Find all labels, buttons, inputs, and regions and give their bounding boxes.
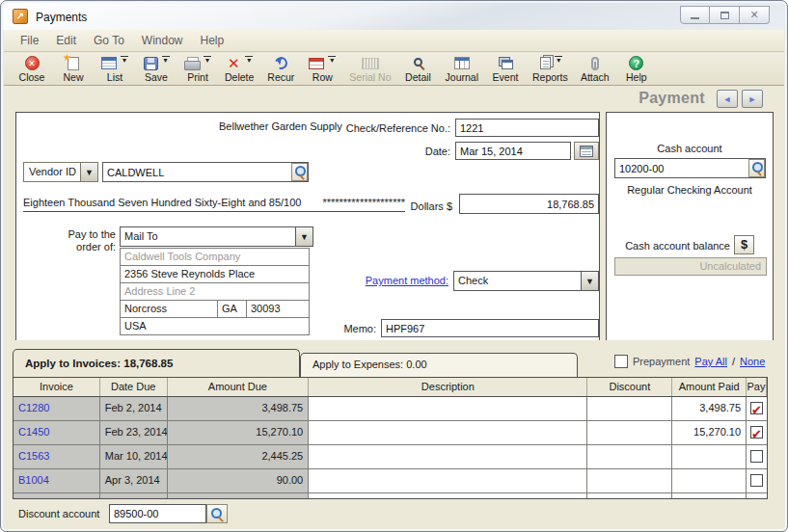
calendar-button[interactable] bbox=[574, 142, 599, 160]
toolbar-attach-button[interactable]: Attach bbox=[581, 55, 610, 83]
maximize-icon bbox=[720, 12, 729, 19]
date-input[interactable] bbox=[455, 142, 571, 160]
toolbar-row-button[interactable]: Row bbox=[308, 55, 337, 83]
zip-field[interactable]: 30093 bbox=[246, 300, 310, 318]
pay-checkbox[interactable] bbox=[750, 474, 763, 487]
header-amount-paid: Amount Paid bbox=[672, 378, 747, 396]
arrow-right-icon: ► bbox=[748, 94, 757, 104]
discount-cell[interactable] bbox=[587, 445, 672, 468]
toolbar-journal-button[interactable]: Journal bbox=[446, 55, 478, 83]
chevron-down-icon[interactable] bbox=[328, 56, 336, 64]
toolbar-reports-button[interactable]: Reports bbox=[532, 55, 568, 83]
maximize-button[interactable] bbox=[710, 6, 740, 24]
description-cell[interactable] bbox=[309, 421, 587, 444]
amount-paid-cell[interactable]: 15,270.10 bbox=[672, 421, 747, 444]
table-row: C1563 Mar 10, 2014 2,445.25 bbox=[14, 445, 767, 469]
serial-no-icon bbox=[362, 58, 379, 69]
cash-account-name: Regular Checking Account bbox=[607, 184, 773, 196]
toolbar-save-button[interactable]: Save bbox=[142, 55, 171, 83]
amount-paid-cell[interactable] bbox=[672, 445, 747, 468]
discount-account-lookup-button[interactable] bbox=[206, 504, 228, 523]
pay-checkbox[interactable] bbox=[750, 402, 763, 414]
toolbar-new-button[interactable]: New bbox=[59, 55, 88, 83]
toolbar-delete-button[interactable]: Delete bbox=[225, 55, 254, 83]
amount-paid-cell[interactable] bbox=[672, 469, 747, 492]
check-reference-input[interactable] bbox=[455, 119, 599, 137]
discount-account-label: Discount account bbox=[18, 508, 99, 519]
toolbar-detail-button[interactable]: Detail bbox=[404, 55, 433, 83]
prepayment-checkbox[interactable] bbox=[614, 355, 628, 368]
mail-to-dropdown[interactable]: Mail To ▼ bbox=[120, 226, 313, 247]
invoice-link[interactable]: C1563 bbox=[18, 450, 49, 462]
discount-account-input[interactable] bbox=[109, 504, 206, 523]
menu-edit[interactable]: Edit bbox=[47, 31, 85, 50]
description-cell[interactable] bbox=[309, 397, 587, 420]
toolbar-print-button[interactable]: Print bbox=[183, 55, 212, 83]
attach-paperclip-icon bbox=[591, 57, 599, 70]
toolbar-recur-button[interactable]: Recur bbox=[266, 55, 295, 83]
chevron-down-icon[interactable] bbox=[555, 56, 562, 64]
menu-window[interactable]: Window bbox=[133, 31, 192, 50]
toolbar-help-button[interactable]: Help bbox=[622, 55, 651, 83]
toolbar-close-button[interactable]: Close bbox=[17, 55, 46, 83]
menu-goto[interactable]: Go To bbox=[85, 31, 133, 50]
cash-account-panel: Cash account Regular Checking Account Ca… bbox=[606, 112, 774, 341]
description-cell[interactable] bbox=[309, 469, 587, 492]
memo-input[interactable] bbox=[381, 319, 599, 337]
page-title: Payment bbox=[560, 90, 705, 107]
pay-all-link[interactable]: Pay All bbox=[694, 356, 727, 367]
invoice-link[interactable]: C1450 bbox=[18, 426, 49, 438]
pay-checkbox[interactable] bbox=[750, 450, 763, 463]
payment-method-dropdown[interactable]: Check ▼ bbox=[453, 271, 599, 291]
vendor-id-field-wrap bbox=[102, 162, 309, 182]
tab-apply-to-expenses[interactable]: Apply to Expenses: 0.00 bbox=[300, 353, 578, 377]
chevron-down-icon[interactable] bbox=[245, 56, 253, 64]
recalculate-balance-button[interactable]: $ bbox=[734, 235, 754, 254]
cash-balance-value: Uncalculated bbox=[614, 257, 767, 276]
cash-account-input[interactable] bbox=[614, 158, 766, 178]
chevron-down-icon[interactable]: ▼ bbox=[581, 272, 598, 290]
amount-input[interactable] bbox=[459, 194, 599, 214]
menu-bar: File Edit Go To Window Help bbox=[4, 30, 784, 52]
menu-help[interactable]: Help bbox=[192, 31, 233, 50]
toolbar-event-button[interactable]: Event bbox=[491, 55, 520, 83]
date-label: Date: bbox=[258, 146, 450, 157]
chevron-down-icon[interactable] bbox=[121, 56, 128, 64]
previous-record-button[interactable]: ◄ bbox=[717, 90, 738, 108]
menu-file[interactable]: File bbox=[12, 31, 47, 50]
tab-apply-to-invoices[interactable]: Apply to Invoices: 18,768.85 bbox=[13, 349, 300, 377]
invoice-link[interactable]: C1280 bbox=[18, 402, 49, 413]
header-date-due: Date Due bbox=[100, 378, 168, 396]
table-row-empty bbox=[14, 493, 767, 499]
payment-method-link[interactable]: Payment method: bbox=[366, 275, 448, 286]
address-line2-field[interactable]: Address Line 2 bbox=[120, 282, 310, 301]
vendor-lookup-button[interactable] bbox=[291, 163, 308, 181]
amount-paid-cell[interactable]: 3,498.75 bbox=[672, 397, 747, 420]
amount-due-cell: 90.00 bbox=[168, 469, 310, 492]
journal-icon bbox=[454, 57, 470, 69]
chevron-down-icon[interactable] bbox=[162, 56, 170, 64]
next-record-button[interactable]: ► bbox=[742, 90, 763, 108]
toolbar-list-button[interactable]: List bbox=[100, 55, 129, 83]
minimize-button[interactable] bbox=[680, 6, 710, 24]
description-cell[interactable] bbox=[309, 445, 587, 468]
pay-checkbox[interactable] bbox=[750, 426, 763, 439]
address-line1-field[interactable]: 2356 Steve Reynolds Place bbox=[120, 265, 310, 283]
discount-cell[interactable] bbox=[587, 469, 672, 492]
chevron-down-icon[interactable]: ▼ bbox=[80, 163, 97, 181]
discount-cell[interactable] bbox=[587, 421, 672, 444]
country-field[interactable]: USA bbox=[120, 317, 310, 335]
cash-account-lookup-button[interactable] bbox=[748, 159, 765, 177]
pay-none-link[interactable]: None bbox=[740, 356, 765, 367]
chevron-down-icon[interactable]: ▼ bbox=[295, 227, 312, 246]
city-field[interactable]: Norcross bbox=[120, 300, 218, 318]
vendor-id-selector[interactable]: Vendor ID ▼ bbox=[23, 162, 98, 182]
chevron-down-icon[interactable] bbox=[204, 56, 211, 64]
vendor-id-input[interactable] bbox=[102, 162, 309, 182]
close-window-button[interactable]: ✕ bbox=[740, 6, 770, 24]
state-field[interactable]: GA bbox=[217, 300, 247, 318]
discount-cell[interactable] bbox=[587, 397, 672, 420]
payment-method-label-wrap: Payment method: bbox=[291, 275, 448, 286]
invoice-link[interactable]: B1004 bbox=[18, 474, 49, 486]
payee-name-field[interactable]: Caldwell Tools Company bbox=[120, 248, 310, 266]
